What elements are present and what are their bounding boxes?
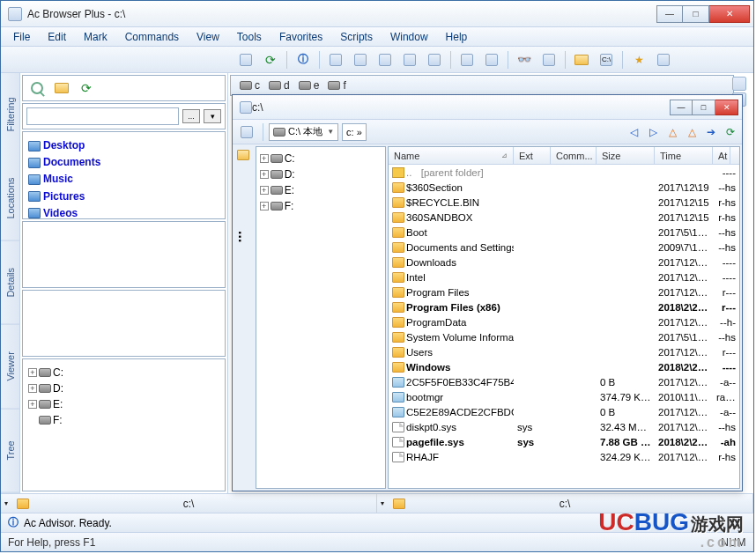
open-folder-icon[interactable] [571,49,592,70]
file-row[interactable]: 360SANDBOX2017\12\15r-hs [389,210,739,225]
loc-desktop[interactable]: Desktop [28,137,219,154]
tree-row[interactable]: +C: [28,365,219,380]
expand-icon[interactable]: + [260,202,269,211]
bookmark-icon[interactable] [653,49,674,70]
refresh-icon[interactable]: ⟳ [260,49,281,70]
file-row[interactable]: RHAJF324.29 KB ( ...2017\12\15 ...r-hs [389,449,739,464]
sub-maximize-button[interactable]: □ [693,100,715,115]
folder-action-icon[interactable] [51,78,72,99]
expand-icon[interactable]: + [260,154,269,163]
drive-combo[interactable]: C:\ 本地▼ [269,123,338,141]
vtab-filtering[interactable]: Filtering [1,73,19,157]
expand-icon[interactable]: + [260,186,269,195]
terminal-icon[interactable]: C:\ [596,49,617,70]
tree-row[interactable]: +D: [260,166,382,182]
filter-icon[interactable] [456,49,478,70]
file-row[interactable]: $RECYCLE.BIN2017\12\15r-hs [389,195,739,210]
col-name[interactable]: Name⊿ [389,147,514,164]
view-small-icons-icon[interactable] [350,49,371,70]
path-crumb[interactable]: c: » [342,123,367,141]
view-thumb-icon[interactable] [424,49,445,70]
drive-d[interactable]: d [269,79,290,92]
tree-row[interactable]: +E: [28,396,219,412]
menu-scripts[interactable]: Scripts [331,29,382,45]
file-row[interactable]: Documents and Settings2009\7\14 ...--hs [389,240,739,255]
tree-row[interactable]: +E: [260,182,382,198]
menu-help[interactable]: Help [437,29,477,45]
menu-view[interactable]: View [188,29,228,45]
search-icon[interactable] [26,78,48,99]
filter-more-button[interactable]: ... [182,109,200,123]
file-row[interactable]: Downloads2017\12\15 ...---- [389,255,739,270]
menu-tools[interactable]: Tools [228,29,271,45]
view-mode-icon[interactable] [236,122,257,143]
binoculars-icon[interactable]: 👓 [514,49,535,70]
loc-pictures[interactable]: Pictures [28,188,219,205]
file-row[interactable]: 2C5F5F0EB33C4F75B4...0 B2017\12\15 ...-a… [389,374,739,389]
view-detail-icon[interactable] [399,49,420,70]
tool-icon[interactable] [235,49,256,70]
file-row[interactable]: Users2017\12\15 ...r--- [389,344,739,359]
nav-back-icon[interactable]: ◁ [626,124,641,140]
drive-e[interactable]: e [299,79,320,92]
menu-mark[interactable]: Mark [75,29,116,45]
path-left[interactable]: ▾c:\ [1,494,377,513]
nav-fwd-icon[interactable]: ▷ [645,124,661,140]
file-row[interactable]: Boot2017\5\19 ...--hs [389,225,739,240]
vtab-tree[interactable]: Tree [1,409,19,493]
nav-top-icon[interactable]: △ [684,124,700,140]
maximize-button[interactable]: □ [683,5,709,23]
nav-refresh-icon[interactable]: ⟳ [723,124,738,140]
file-row[interactable]: Program Files (x86)2018\2\25 ...r--- [389,299,739,314]
col-size[interactable]: Size [597,147,655,164]
nav-up-icon[interactable]: △ [664,124,680,140]
loc-music[interactable]: Music [28,171,219,188]
file-row[interactable]: $360Section2017\12\19--hs [389,180,739,195]
file-row[interactable]: Intel2017\12\16 ...---- [389,270,739,284]
view-large-icons-icon[interactable] [325,49,346,70]
file-row[interactable]: C5E2E89ACDE2CFBDC...0 B2017\12\15 ...-a-… [389,404,739,419]
expand-icon[interactable]: + [28,368,37,377]
vtab-viewer[interactable]: Viewer [1,325,19,410]
loc-documents[interactable]: Documents [28,154,219,171]
file-row[interactable]: ProgramData2017\12\19 ...--h- [389,314,739,329]
file-row[interactable]: Windows2018\2\25 ...---- [389,359,739,374]
columns-icon[interactable] [538,49,560,70]
file-row[interactable]: System Volume Informa...2017\5\19 ...--h… [389,329,739,344]
parent-folder-row[interactable]: .. [parent folder] ---- [389,165,739,180]
refresh-icon[interactable]: ⟳ [76,78,97,99]
minimize-button[interactable]: — [656,5,683,23]
file-row[interactable]: bootmgr374.79 KB ( ...2010\11\21 ...rahs [389,389,739,404]
path-right[interactable]: ▾c:\ [377,494,753,513]
file-row[interactable]: pagefile.syssys7.88 GB (8 4...2018\2\25 … [389,434,739,449]
vtab-locations[interactable]: Locations [1,157,19,241]
tree-row[interactable]: +C: [260,151,382,166]
expand-icon[interactable]: + [28,400,37,409]
folder-open-icon[interactable] [237,150,249,160]
tree-row[interactable]: +F: [260,198,382,214]
menu-commands[interactable]: Commands [116,29,188,45]
drive-f[interactable]: f [328,79,345,92]
expand-icon[interactable]: + [28,384,37,393]
view-list-icon[interactable] [374,49,396,70]
filter-input[interactable] [26,107,179,125]
col-comm[interactable]: Comm... [551,147,597,164]
col-ext[interactable]: Ext [514,147,551,164]
file-row[interactable]: Program Files2017\12\20 ...r--- [389,284,739,299]
menu-favorites[interactable]: Favorites [271,29,331,45]
filter-dropdown-button[interactable]: ▾ [204,109,221,123]
sub-close-button[interactable]: ✕ [715,100,738,115]
sub-minimize-button[interactable]: — [670,100,693,115]
file-row[interactable]: diskpt0.syssys32.43 MB (3...2017\12\20 .… [389,419,739,434]
tree-row[interactable]: F: [28,412,219,428]
menu-window[interactable]: Window [382,29,437,45]
vtab-details[interactable]: Details [1,240,19,325]
tree-row[interactable]: +D: [28,380,219,396]
col-att[interactable]: At [713,147,730,164]
loc-videos[interactable]: Videos [28,205,219,219]
menu-file[interactable]: File [4,29,39,45]
favorites-icon[interactable]: ★ [628,49,649,70]
close-button[interactable]: ✕ [709,5,750,23]
info-icon[interactable]: ⓘ [293,49,314,70]
grip-icon[interactable] [732,77,746,91]
